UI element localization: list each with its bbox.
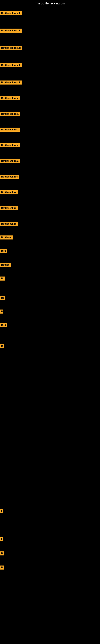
bottleneck-badge: I: [0, 509, 3, 513]
bottleneck-badge: B: [0, 566, 3, 570]
bottleneck-badge: Bottleneck resu: [0, 143, 20, 147]
bottleneck-badge: Bottleneck result: [0, 63, 22, 67]
bottleneck-badge: Bo: [0, 276, 5, 280]
bottleneck-badge: Bottleneck result: [0, 46, 22, 50]
bottleneck-badge: Bottleneck resu: [0, 128, 20, 132]
site-title: TheBottlenecker.com: [0, 0, 100, 7]
bottleneck-badge: Bottleneck resu: [0, 112, 20, 116]
bottleneck-badge: Bottleneck result: [0, 11, 22, 15]
bottleneck-badge: B: [0, 552, 3, 556]
bottleneck-badge: B: [0, 344, 4, 348]
bottleneck-badge: B: [0, 310, 3, 314]
bottleneck-badge: Bottleneck result: [0, 80, 22, 84]
bottleneck-badge: Bottleneck re: [0, 206, 18, 210]
bottleneck-badge: Bottlen: [0, 263, 11, 267]
bottleneck-badge: Bottleneck re: [0, 190, 18, 194]
bottleneck-badge: Bottlenec: [0, 236, 13, 240]
bottleneck-badge: Bottleneck re: [0, 222, 18, 226]
bottleneck-badge: Bottleneck result: [0, 28, 22, 32]
bottleneck-badge: Bott: [0, 249, 7, 253]
bottleneck-badge: I: [0, 537, 3, 541]
bottleneck-badge: Bo: [0, 296, 5, 300]
bottleneck-badge: Bottleneck resu: [0, 96, 20, 100]
bottleneck-badge: Bott: [0, 323, 7, 327]
bottleneck-badge: Bottleneck res: [0, 175, 19, 179]
bottleneck-badge: Bottleneck resu: [0, 159, 20, 163]
